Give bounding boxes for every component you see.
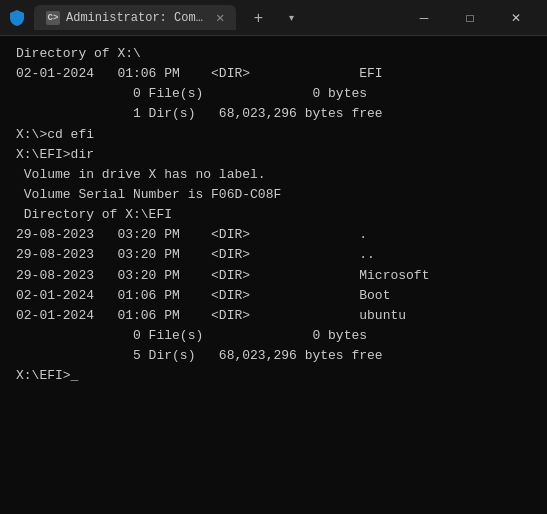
- terminal-line: 1 Dir(s) 68,023,296 bytes free: [16, 104, 531, 124]
- terminal-line: X:\EFI>_: [16, 366, 531, 386]
- new-tab-button[interactable]: +: [244, 6, 272, 30]
- terminal-line: 0 File(s) 0 bytes: [16, 84, 531, 104]
- minimize-button[interactable]: ─: [401, 0, 447, 36]
- terminal-line: Directory of X:\: [16, 44, 531, 64]
- terminal-line: 02-01-2024 01:06 PM <DIR> EFI: [16, 64, 531, 84]
- terminal-line: 02-01-2024 01:06 PM <DIR> ubuntu: [16, 306, 531, 326]
- shield-icon: [8, 9, 26, 27]
- window-controls: ─ □ ✕: [401, 0, 539, 36]
- tab-close-button[interactable]: ✕: [216, 9, 224, 26]
- tab-title: Administrator: Command Prom: [66, 11, 206, 25]
- terminal-line: 29-08-2023 03:20 PM <DIR> .: [16, 225, 531, 245]
- titlebar: C> Administrator: Command Prom ✕ + ▾ ─ □…: [0, 0, 547, 36]
- terminal-line: 02-01-2024 01:06 PM <DIR> Boot: [16, 286, 531, 306]
- tab-dropdown-button[interactable]: ▾: [280, 6, 302, 30]
- terminal-line: X:\>cd efi: [16, 125, 531, 145]
- tab-cmd-icon: C>: [46, 11, 60, 25]
- active-tab[interactable]: C> Administrator: Command Prom ✕: [34, 5, 236, 30]
- terminal-line: 0 File(s) 0 bytes: [16, 326, 531, 346]
- terminal-line: Volume in drive X has no label.: [16, 165, 531, 185]
- terminal-line: 29-08-2023 03:20 PM <DIR> ..: [16, 245, 531, 265]
- terminal-line: Directory of X:\EFI: [16, 205, 531, 225]
- close-button[interactable]: ✕: [493, 0, 539, 36]
- terminal-line: 29-08-2023 03:20 PM <DIR> Microsoft: [16, 266, 531, 286]
- maximize-button[interactable]: □: [447, 0, 493, 36]
- terminal-line: 5 Dir(s) 68,023,296 bytes free: [16, 346, 531, 366]
- terminal-line: Volume Serial Number is F06D-C08F: [16, 185, 531, 205]
- terminal-line: X:\EFI>dir: [16, 145, 531, 165]
- terminal-output: Directory of X:\02-01-2024 01:06 PM <DIR…: [0, 36, 547, 514]
